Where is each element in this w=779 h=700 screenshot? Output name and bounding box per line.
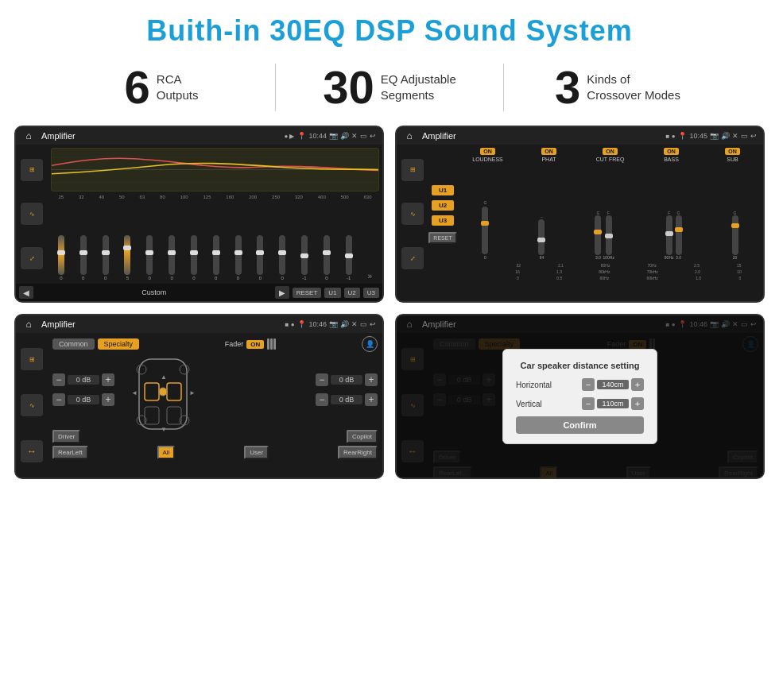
bass-slider-f[interactable]: [666, 215, 672, 255]
dialog-overlay: Car speaker distance setting Horizontal …: [397, 315, 763, 478]
loudness-slider-g[interactable]: [482, 207, 488, 254]
svg-point-8: [159, 388, 167, 396]
controls-header: ON LOUDNESS ON PHAT ON CUT FREQ ON BASS: [459, 148, 762, 162]
u3-preset[interactable]: U3: [432, 215, 454, 226]
eq-slider-9[interactable]: 0: [257, 235, 263, 280]
screen3-statusbar: ⌂ Amplifier ■ ● 📍 10:46 📷🔊✕▭ ↩: [16, 315, 382, 333]
fader-main: Common Specialty Fader ON 👤: [48, 333, 382, 478]
svg-text:▲: ▲: [161, 373, 167, 381]
dialog-vertical-row: Vertical − 110cm +: [516, 397, 644, 410]
vol-icon: 🔊: [340, 132, 349, 140]
cutfreq-slider-f[interactable]: [606, 215, 612, 255]
screen2-time: 10:45: [689, 132, 707, 140]
specialty-tab[interactable]: Specialty: [98, 338, 140, 350]
sub-slider[interactable]: [732, 215, 738, 255]
cutfreq-ctrl: ON CUT FREQ: [581, 148, 639, 162]
eq-sliders-row: 0 0 0 5 0: [51, 202, 379, 280]
copilot-btn[interactable]: Copilot: [347, 430, 378, 443]
screen2-status-icons: 📍 10:45 📷🔊✕▭ ↩: [678, 132, 757, 140]
vol-plus-rl[interactable]: +: [102, 393, 114, 406]
eq-adjust-icon[interactable]: ⊞: [21, 159, 43, 181]
vol-minus-fl[interactable]: −: [52, 373, 65, 386]
vertical-plus[interactable]: +: [631, 397, 644, 410]
home-icon-2[interactable]: ⌂: [403, 130, 416, 142]
u2-preset[interactable]: U2: [432, 200, 454, 211]
screen3-content: ⊞ ∿ ↔ Common Specialty Fader ON: [16, 333, 382, 478]
bass-slider-g[interactable]: [676, 215, 682, 255]
phat-on[interactable]: ON: [541, 148, 556, 155]
eq-slider-11[interactable]: -1: [301, 235, 308, 280]
screen1-content: ⊞ ∿ ⤢ 2: [16, 145, 382, 284]
eq-icon-s3[interactable]: ⊞: [21, 348, 43, 370]
eq-double-arrow[interactable]: »: [368, 272, 373, 280]
all-btn[interactable]: All: [157, 446, 176, 459]
expand-icon-s2[interactable]: ⤢: [401, 247, 424, 269]
eq-slider-13[interactable]: -1: [346, 235, 352, 280]
vol-plus-fl[interactable]: +: [102, 373, 114, 386]
fader-on-badge[interactable]: ON: [246, 340, 264, 349]
avatar-icon[interactable]: 👤: [362, 336, 378, 352]
horizontal-plus[interactable]: +: [631, 378, 644, 391]
screen3-status-icons: 📍 10:46 📷🔊✕▭ ↩: [297, 320, 376, 328]
eq-wave-icon[interactable]: ∿: [21, 203, 43, 225]
bass-on[interactable]: ON: [664, 148, 679, 155]
u3-btn[interactable]: U3: [363, 288, 379, 298]
prev-btn[interactable]: ◀: [19, 286, 33, 299]
horizontal-minus[interactable]: −: [582, 378, 595, 391]
eq-slider-1[interactable]: 0: [80, 235, 87, 280]
cutfreq-slider-g[interactable]: [595, 215, 601, 255]
u1-preset[interactable]: U1: [432, 185, 454, 195]
vol-plus-rr[interactable]: +: [365, 393, 378, 406]
confirm-button[interactable]: Confirm: [516, 416, 644, 434]
vol-row-fr: − 0 dB +: [316, 373, 378, 386]
rearleft-btn[interactable]: RearLeft: [52, 446, 88, 459]
screen3-time: 10:46: [308, 320, 327, 328]
eq-slider-2[interactable]: 0: [103, 235, 109, 280]
phat-slider[interactable]: [538, 219, 545, 255]
eq-slider-4[interactable]: 0: [146, 235, 153, 280]
u1-btn[interactable]: U1: [324, 288, 340, 298]
eq-freq-labels: 2532405063 80100125160200 25032040050063…: [51, 195, 379, 199]
vol-plus-fr[interactable]: +: [365, 373, 378, 386]
reset-btn-s2[interactable]: RESET: [428, 232, 456, 244]
cutfreq-on[interactable]: ON: [603, 148, 618, 155]
screen3-title: Amplifier: [41, 319, 282, 329]
loudness-on[interactable]: ON: [480, 148, 495, 155]
screen1-left-panel: ⊞ ∿ ⤢: [16, 145, 48, 284]
common-tab[interactable]: Common: [52, 338, 95, 350]
vol-minus-rr[interactable]: −: [316, 393, 328, 406]
svg-rect-5: [167, 383, 181, 400]
svg-text:▼: ▼: [161, 426, 167, 433]
fader-label: Fader: [225, 340, 244, 348]
eq-slider-10[interactable]: 0: [279, 235, 285, 280]
eq-icon-s2[interactable]: ⊞: [401, 159, 424, 181]
eq-slider-8[interactable]: 0: [235, 235, 242, 280]
wave-icon-s3[interactable]: ∿: [21, 394, 43, 416]
reset-btn[interactable]: RESET: [293, 288, 322, 298]
expand-icon-s3[interactable]: ↔: [21, 440, 43, 462]
back-icon[interactable]: ↩: [370, 132, 376, 140]
vertical-minus[interactable]: −: [582, 397, 595, 410]
eq-slider-12[interactable]: 0: [324, 235, 330, 280]
vol-minus-fr[interactable]: −: [316, 373, 328, 386]
driver-btn[interactable]: Driver: [52, 430, 80, 443]
sub-on[interactable]: ON: [725, 148, 740, 155]
cutfreq-label: CUT FREQ: [596, 157, 625, 162]
eq-slider-3[interactable]: 5: [124, 235, 130, 280]
wave-icon-s2[interactable]: ∿: [401, 203, 424, 225]
home-icon[interactable]: ⌂: [22, 130, 35, 142]
eq-expand-icon[interactable]: ⤢: [21, 247, 43, 269]
user-btn[interactable]: User: [244, 446, 269, 459]
rearright-btn[interactable]: RearRight: [338, 446, 378, 459]
home-icon-3[interactable]: ⌂: [22, 318, 35, 331]
play-btn[interactable]: ▶: [275, 286, 289, 299]
eq-slider-5[interactable]: 0: [169, 235, 175, 280]
dialog-box: Car speaker distance setting Horizontal …: [502, 349, 657, 444]
vol-minus-rl[interactable]: −: [52, 393, 65, 406]
eq-slider-0[interactable]: 0: [58, 235, 64, 280]
stat-text-rca: RCAOutputs: [157, 72, 199, 104]
eq-slider-7[interactable]: 0: [213, 235, 219, 280]
eq-slider-6[interactable]: 0: [191, 235, 197, 280]
u2-btn[interactable]: U2: [344, 288, 360, 298]
vol-row-rl: − 0 dB +: [52, 393, 114, 406]
